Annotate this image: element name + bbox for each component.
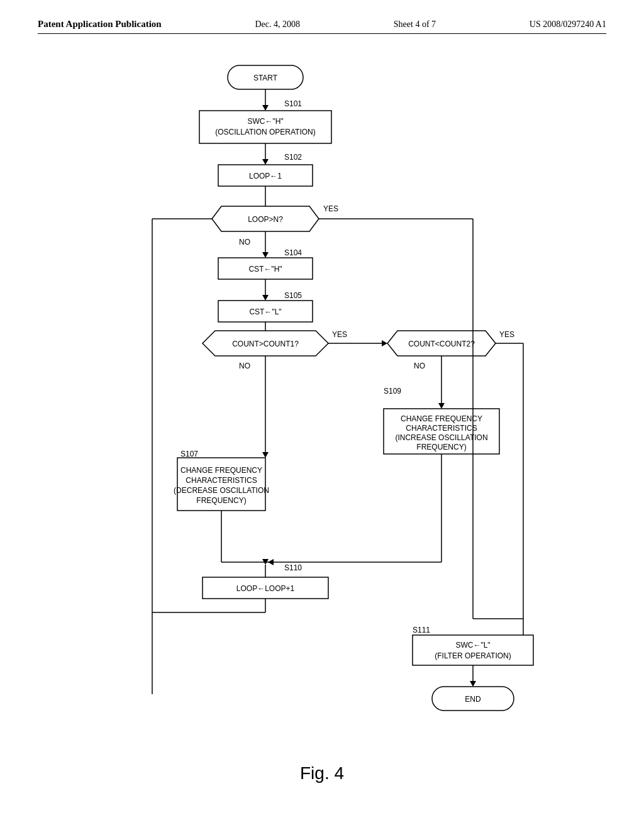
svg-text:CHARACTERISTICS: CHARACTERISTICS	[186, 476, 257, 485]
svg-text:COUNT>COUNT1?: COUNT>COUNT1?	[232, 340, 299, 348]
svg-marker-9	[262, 159, 269, 165]
header-sheet: Sheet 4 of 7	[394, 19, 436, 30]
svg-text:NO: NO	[239, 238, 250, 246]
svg-text:CST←"H": CST←"H"	[248, 265, 282, 274]
svg-text:COUNT<COUNT2?: COUNT<COUNT2?	[408, 340, 475, 348]
svg-text:FREQUENCY): FREQUENCY)	[416, 443, 466, 451]
figure-caption: Fig. 4	[38, 763, 606, 783]
svg-text:(DECREASE OSCILLATION: (DECREASE OSCILLATION	[174, 486, 269, 495]
svg-text:CST←"L": CST←"L"	[249, 307, 281, 316]
svg-text:(FILTER OPERATION): (FILTER OPERATION)	[435, 651, 511, 660]
svg-text:(INCREASE OSCILLATION: (INCREASE OSCILLATION	[395, 433, 487, 442]
page-header: Patent Application Publication Dec. 4, 2…	[38, 19, 606, 34]
svg-text:CHARACTERISTICS: CHARACTERISTICS	[406, 424, 477, 433]
svg-text:LOOP←LOOP+1: LOOP←LOOP+1	[236, 584, 295, 593]
svg-text:YES: YES	[323, 204, 338, 213]
svg-text:S105: S105	[284, 291, 302, 300]
svg-text:FREQUENCY): FREQUENCY)	[196, 496, 246, 505]
svg-text:SWC←"L": SWC←"L"	[455, 641, 490, 650]
svg-marker-43	[262, 452, 269, 458]
header-publication-label: Patent Application Publication	[38, 19, 162, 30]
svg-text:(OSCILLATION OPERATION): (OSCILLATION OPERATION)	[215, 128, 316, 136]
svg-text:LOOP>N?: LOOP>N?	[248, 215, 283, 224]
svg-text:SWC←"H": SWC←"H"	[247, 117, 283, 126]
header-patent-number: US 2008/0297240 A1	[530, 19, 606, 30]
svg-rect-5	[199, 111, 331, 143]
svg-marker-63	[268, 559, 274, 565]
svg-marker-40	[382, 340, 387, 346]
svg-marker-24	[262, 252, 269, 258]
svg-text:YES: YES	[332, 330, 347, 339]
svg-text:S110: S110	[284, 563, 302, 572]
page: Patent Application Publication Dec. 4, 2…	[0, 0, 644, 830]
header-date: Dec. 4, 2008	[255, 19, 300, 30]
svg-text:CHANGE FREQUENCY: CHANGE FREQUENCY	[180, 466, 262, 475]
svg-text:S101: S101	[284, 99, 302, 108]
svg-text:END: END	[465, 695, 481, 704]
svg-text:S109: S109	[384, 387, 401, 396]
svg-marker-54	[438, 403, 445, 409]
svg-marker-29	[262, 295, 269, 301]
flowchart: text { font-family: Arial, sans-serif; f…	[38, 53, 606, 744]
svg-marker-3	[262, 105, 269, 111]
svg-text:YES: YES	[499, 330, 514, 339]
svg-text:NO: NO	[239, 362, 250, 370]
svg-text:NO: NO	[414, 362, 425, 370]
flowchart-svg: text { font-family: Arial, sans-serif; f…	[83, 53, 561, 744]
svg-marker-86	[470, 681, 476, 687]
svg-text:CHANGE FREQUENCY: CHANGE FREQUENCY	[401, 414, 482, 423]
svg-text:S102: S102	[284, 153, 302, 162]
svg-text:START: START	[253, 74, 278, 82]
svg-text:S107: S107	[180, 450, 198, 458]
svg-text:S104: S104	[284, 248, 302, 257]
svg-text:S111: S111	[413, 626, 430, 634]
svg-text:LOOP←1: LOOP←1	[249, 172, 282, 180]
svg-rect-82	[413, 635, 533, 665]
